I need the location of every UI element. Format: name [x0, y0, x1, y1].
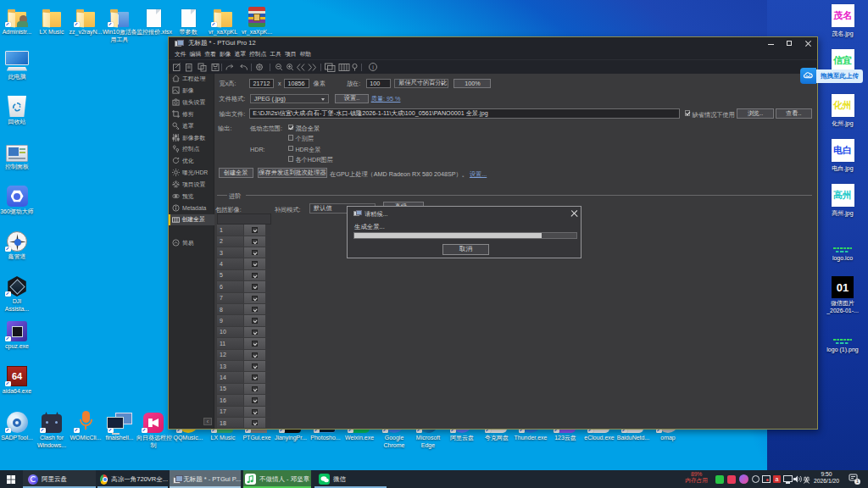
- svg-text:i: i: [372, 64, 374, 70]
